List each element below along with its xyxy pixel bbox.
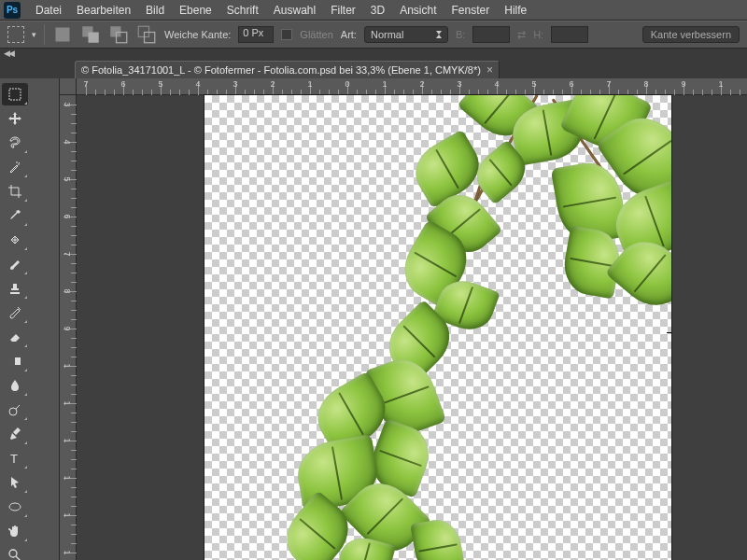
svg-point-10 [9,408,17,415]
selection-intersect-icon[interactable] [137,26,156,43]
menu-auswahl[interactable]: Auswahl [266,0,323,21]
selection-new-icon[interactable] [53,26,72,43]
dodge-tool[interactable] [2,399,28,421]
antialias-label: Glätten [300,29,332,40]
ruler-origin[interactable] [60,78,77,95]
path-select-tool[interactable] [2,471,28,494]
lasso-tool[interactable] [2,132,28,154]
selection-subtract-icon[interactable] [109,26,128,43]
height-input[interactable] [551,26,588,43]
type-tool[interactable]: T [2,447,28,469]
style-label: Art: [341,29,357,40]
menu-hilfe[interactable]: Hilfe [497,0,534,21]
menubar: Ps Datei Bearbeiten Bild Ebene Schrift A… [0,0,747,21]
workspace: T ⤭ ▾ 765432101234567891 3456789111111 [0,78,747,560]
crop-tool[interactable] [2,180,28,203]
document-title: © Fotolia_34171001_L - © Fotofermer - Fo… [81,64,481,76]
marquee-tool[interactable] [2,83,28,105]
dropdown-icon[interactable]: ▾ [32,30,36,39]
hand-tool[interactable] [2,520,28,542]
selection-add-icon[interactable] [81,26,100,43]
height-label: H: [533,29,543,40]
menu-fenster[interactable]: Fenster [444,0,498,21]
marquee-icon[interactable] [7,26,24,43]
menu-datei[interactable]: Datei [28,0,69,21]
ruler-vertical[interactable]: 3456789111111 [60,95,77,560]
ruler-horizontal[interactable]: 765432101234567891 [77,78,747,95]
menu-filter[interactable]: Filter [323,0,363,21]
svg-point-13 [9,550,17,557]
width-label: B: [456,29,465,40]
menu-bearbeiten[interactable]: Bearbeiten [69,0,138,21]
refine-edge-button[interactable]: Kante verbessern [642,26,740,43]
pen-tool[interactable] [2,423,28,445]
menu-schrift[interactable]: Schrift [219,0,266,21]
svg-rect-0 [56,28,70,42]
history-brush-tool[interactable] [2,301,28,324]
brush-tool[interactable] [2,253,28,275]
feather-input[interactable]: 0 Px [238,26,274,43]
stamp-tool[interactable] [2,277,28,300]
width-input[interactable] [472,26,510,43]
feather-label: Weiche Kante: [164,29,231,40]
antialias-checkbox[interactable] [281,29,292,40]
eyedropper-tool[interactable] [2,204,28,227]
menu-bild[interactable]: Bild [138,0,172,21]
menu-ansicht[interactable]: Ansicht [392,0,444,21]
document-canvas[interactable] [204,95,671,560]
swap-icon[interactable]: ⇄ [517,29,526,41]
tool-panel: T ⤭ ▾ [0,78,60,560]
move-tool[interactable] [2,107,28,130]
svg-rect-9 [9,357,15,365]
eraser-tool[interactable] [2,326,28,348]
svg-rect-2 [89,33,99,43]
svg-point-12 [9,503,21,511]
style-select[interactable]: Normal [364,26,448,43]
gradient-tool[interactable] [2,350,28,372]
close-icon[interactable]: × [486,63,493,77]
panel-collapse-row: ◀◀ [0,49,747,58]
menu-3d[interactable]: 3D [363,0,392,21]
shape-tool[interactable] [2,496,28,518]
svg-text:T: T [10,452,18,466]
crosshair-cursor [667,324,671,343]
canvas-area: 765432101234567891 3456789111111 [60,78,747,560]
magic-wand-tool[interactable] [2,156,28,178]
blur-tool[interactable] [2,374,28,397]
document-tab[interactable]: © Fotolia_34171001_L - © Fotofermer - Fo… [75,61,500,78]
healing-tool[interactable] [2,229,28,251]
collapse-icon[interactable]: ◀◀ [4,49,13,58]
menu-ebene[interactable]: Ebene [172,0,219,21]
document-tabbar: © Fotolia_34171001_L - © Fotofermer - Fo… [0,58,747,78]
options-bar: ▾ Weiche Kante: 0 Px Glätten Art: Normal… [0,21,747,49]
zoom-tool[interactable] [2,544,28,560]
svg-rect-7 [9,89,21,100]
app-logo: Ps [4,2,21,19]
